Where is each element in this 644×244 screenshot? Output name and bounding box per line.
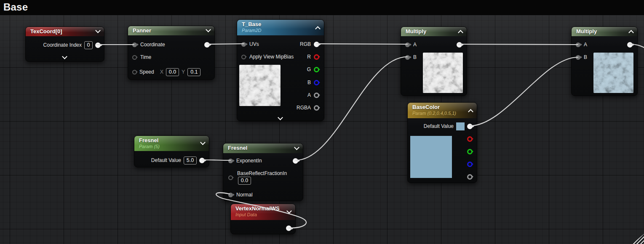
speed-y-label: Y [182, 69, 185, 75]
input-pin-normal[interactable] [228, 193, 233, 197]
node-header[interactable]: T_Base Param2D [237, 20, 324, 35]
node-title: Multiply [576, 28, 626, 35]
chevron-down-icon[interactable] [200, 140, 206, 145]
a-output-label: A [307, 92, 311, 98]
input-pin-basereflectfractionin[interactable] [228, 175, 233, 180]
texture-preview [239, 65, 281, 106]
node-panner[interactable]: Panner Coordinate Time Speed X 0.0 Y 0.1 [128, 26, 215, 80]
output-pin-b[interactable] [314, 80, 319, 85]
node-header[interactable]: VertexNormalWS Input Data [231, 204, 295, 220]
speed-label: Speed [139, 69, 154, 75]
coordinate-index-label: Coordinate Index [43, 42, 82, 48]
chevron-down-icon[interactable] [294, 145, 299, 150]
basereflectfractionin-input[interactable]: 0.0 [238, 177, 251, 185]
node-title: TexCoord[0] [30, 28, 93, 35]
output-pin-g[interactable] [467, 149, 473, 154]
rgb-output-label: RGB [300, 41, 311, 47]
output-pin[interactable] [286, 225, 291, 231]
speed-x-input[interactable]: 0.0 [166, 68, 179, 76]
input-pin-b[interactable] [576, 55, 580, 60]
node-title: BaseColor [412, 104, 466, 111]
coordinate-index-input[interactable]: 0 [84, 41, 93, 49]
color-preview-swatch [410, 136, 452, 178]
input-pin-mipbias[interactable] [241, 55, 246, 59]
node-multiply-2[interactable]: Multiply A B [571, 27, 638, 96]
node-title: Fresnel [139, 137, 198, 144]
node-basecolor[interactable]: BaseColor Param (0.2,0.4,0.5,1) Default … [407, 102, 477, 183]
chevron-up-icon[interactable] [468, 109, 473, 114]
output-pin-g[interactable] [314, 67, 319, 72]
rgba-output-label: RGBA [297, 105, 311, 111]
exponentin-label: ExponentIn [236, 158, 262, 164]
node-subtitle: Param (0.2,0.4,0.5,1) [412, 111, 466, 116]
input-pin-time[interactable] [132, 55, 137, 60]
mipbias-label: Apply View MipBias [249, 54, 294, 60]
output-pin-rgba[interactable] [314, 105, 319, 111]
uvs-label: UVs [249, 41, 259, 47]
output-pin-r[interactable] [314, 54, 319, 60]
node-header[interactable]: BaseColor Param (0.2,0.4,0.5,1) [408, 103, 477, 118]
input-pin-a[interactable] [576, 42, 580, 47]
input-pin-a[interactable] [405, 42, 410, 47]
output-pin[interactable] [204, 42, 210, 48]
chevron-down-icon[interactable] [286, 208, 292, 214]
chevron-up-icon[interactable] [315, 26, 321, 32]
default-value-label: Default Value [424, 123, 454, 129]
time-label: Time [140, 54, 151, 60]
expand-chevron-icon[interactable] [62, 54, 67, 59]
node-title: Panner [133, 27, 203, 34]
output-pin[interactable] [95, 42, 101, 48]
chevron-down-icon[interactable] [206, 27, 211, 32]
input-pin-exponentin[interactable] [228, 159, 233, 163]
node-header[interactable]: Panner [128, 26, 214, 35]
output-pin[interactable] [457, 42, 462, 48]
node-title: VertexNormalWS [235, 205, 284, 212]
output-pin-a[interactable] [314, 93, 319, 98]
graph-title: Base [3, 1, 28, 13]
default-value-color-swatch[interactable] [456, 122, 465, 130]
texture-preview-tinted [593, 53, 633, 93]
node-fresnel-param[interactable]: Fresnel Param (5) Default Value 5.0 [134, 135, 209, 167]
b-output-label: B [307, 80, 311, 85]
node-header[interactable]: Multiply [401, 27, 467, 36]
node-t-base[interactable]: T_Base Param2D UVs RGB Apply View MipBia… [237, 19, 324, 121]
output-pin[interactable] [293, 158, 298, 164]
node-header[interactable]: TexCoord[0] [26, 27, 104, 36]
input-pin-speed[interactable] [132, 70, 137, 74]
toolbar: Base [0, 0, 644, 15]
default-value-label: Default Value [151, 157, 181, 163]
basereflectfractionin-label: BaseReflectFractionIn [237, 170, 287, 176]
node-vertexnormalws[interactable]: VertexNormalWS Input Data [230, 204, 296, 234]
texture-preview [423, 53, 463, 93]
node-header[interactable]: Multiply [572, 27, 637, 36]
node-header[interactable]: Fresnel [223, 143, 303, 153]
r-output-label: R [307, 54, 311, 60]
output-pin[interactable] [199, 158, 205, 163]
chevron-up-icon[interactable] [458, 30, 463, 35]
node-title: Fresnel [228, 145, 292, 151]
speed-y-input[interactable]: 0.1 [187, 68, 200, 76]
node-texcoord[interactable]: TexCoord[0] Coordinate Index 0 [25, 27, 104, 62]
node-header[interactable]: Fresnel Param (5) [134, 136, 209, 151]
output-pin-r[interactable] [467, 136, 473, 142]
input-pin-coordinate[interactable] [132, 42, 137, 47]
output-pin[interactable] [467, 124, 473, 129]
output-pin-b[interactable] [467, 162, 473, 167]
g-output-label: G [307, 66, 311, 72]
chevron-up-icon[interactable] [628, 30, 634, 35]
output-pin-a[interactable] [467, 174, 473, 180]
speed-x-label: X [160, 69, 163, 75]
a-label: A [413, 42, 417, 48]
expand-chevron-icon[interactable] [278, 115, 283, 120]
node-fresnel[interactable]: Fresnel ExponentIn BaseReflectFractionIn… [223, 143, 303, 201]
input-pin-uvs[interactable] [241, 42, 246, 47]
node-subtitle: Input Data [235, 212, 284, 217]
a-label: A [584, 42, 587, 48]
output-pin[interactable] [627, 42, 633, 48]
input-pin-b[interactable] [405, 55, 410, 60]
output-pin-rgb[interactable] [314, 42, 319, 47]
node-multiply-1[interactable]: Multiply A B [401, 27, 467, 96]
chevron-down-icon[interactable] [95, 28, 101, 33]
default-value-input[interactable]: 5.0 [184, 156, 197, 164]
node-subtitle: Param (5) [139, 144, 198, 149]
